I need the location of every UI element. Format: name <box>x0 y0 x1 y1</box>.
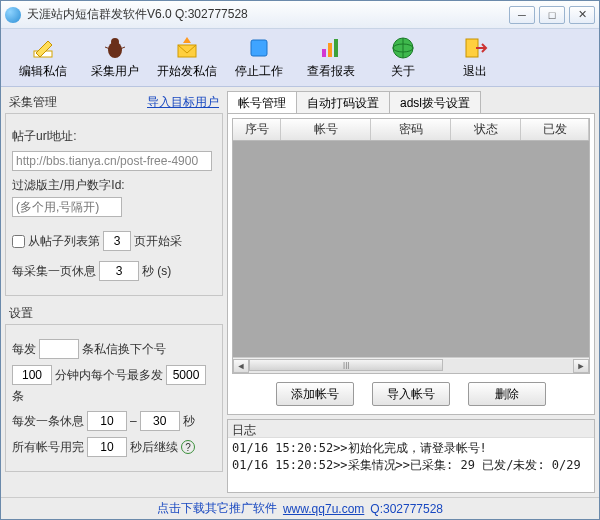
toolbar: 编辑私信 采集用户 开始发私信 停止工作 查看报表 关于 退出 <box>1 29 599 87</box>
minimize-button[interactable]: ─ <box>509 6 535 24</box>
tab-accounts[interactable]: 帐号管理 <box>227 91 297 113</box>
stop-icon <box>246 35 272 61</box>
envelope-up-icon <box>174 35 200 61</box>
report-button[interactable]: 查看报表 <box>295 32 367 84</box>
col-status: 状态 <box>451 119 521 140</box>
tab-body: 序号 帐号 密码 状态 已发 ◄ ||| ► 添加帐号 导入帐号 <box>227 113 595 415</box>
exit-icon <box>462 35 488 61</box>
svg-rect-9 <box>334 39 338 57</box>
url-input[interactable] <box>12 151 212 171</box>
tab-captcha[interactable]: 自动打码设置 <box>296 91 390 113</box>
allacct-post: 秒后继续 <box>130 439 178 456</box>
window-title: 天涯站内短信群发软件V6.0 Q:302777528 <box>27 6 509 23</box>
footer-qq: Q:302777528 <box>370 502 443 516</box>
log-body: 01/16 15:20:52>>初始化完成，请登录帐号! 01/16 15:20… <box>228 438 594 492</box>
log-label: 日志 <box>228 420 594 438</box>
collect-group: 帖子url地址: 过滤版主/用户数字Id: 从帖子列表第 页开始采 每采集一页休… <box>5 113 223 296</box>
svg-rect-7 <box>322 49 326 57</box>
start-send-button[interactable]: 开始发私信 <box>151 32 223 84</box>
bar-chart-icon <box>318 35 344 61</box>
import-account-button[interactable]: 导入帐号 <box>372 382 450 406</box>
footer-text: 点击下载其它推广软件 <box>157 500 277 517</box>
main-area: 采集管理 导入目标用户 帖子url地址: 过滤版主/用户数字Id: 从帖子列表第… <box>1 87 599 497</box>
table-body[interactable] <box>233 141 589 357</box>
col-password: 密码 <box>371 119 451 140</box>
msgrest-lo-input[interactable] <box>87 411 127 431</box>
add-account-button[interactable]: 添加帐号 <box>276 382 354 406</box>
exit-button[interactable]: 退出 <box>439 32 511 84</box>
scroll-right-icon[interactable]: ► <box>573 359 589 373</box>
startpage-pre: 从帖子列表第 <box>28 233 100 250</box>
bug-icon <box>102 35 128 61</box>
titlebar: 天涯站内短信群发软件V6.0 Q:302777528 ─ □ ✕ <box>1 1 599 29</box>
about-button[interactable]: 关于 <box>367 32 439 84</box>
pencil-icon <box>30 35 56 61</box>
delete-account-button[interactable]: 删除 <box>468 382 546 406</box>
log-panel: 日志 01/16 15:20:52>>初始化完成，请登录帐号! 01/16 15… <box>227 419 595 493</box>
rest-post: 秒 (s) <box>142 263 171 280</box>
col-index: 序号 <box>233 119 281 140</box>
msgrest-hi-input[interactable] <box>140 411 180 431</box>
left-pane: 采集管理 导入目标用户 帖子url地址: 过滤版主/用户数字Id: 从帖子列表第… <box>5 91 223 493</box>
switch-input[interactable] <box>39 339 79 359</box>
limit-mid: 分钟内每个号最多发 <box>55 367 163 384</box>
maximize-button[interactable]: □ <box>539 6 565 24</box>
footer-link[interactable]: www.qq7u.com <box>283 502 364 516</box>
startpage-input[interactable] <box>103 231 131 251</box>
startpage-checkbox[interactable] <box>12 235 25 248</box>
url-label: 帖子url地址: <box>12 128 77 145</box>
limit-min-input[interactable] <box>12 365 52 385</box>
account-table: 序号 帐号 密码 状态 已发 ◄ ||| ► <box>232 118 590 374</box>
filter-label: 过滤版主/用户数字Id: <box>12 177 125 194</box>
allacct-input[interactable] <box>87 437 127 457</box>
svg-rect-8 <box>328 43 332 57</box>
tab-adsl[interactable]: adsl拨号设置 <box>389 91 481 113</box>
switch-post: 条私信换下个号 <box>82 341 166 358</box>
msgrest-unit: 秒 <box>183 413 195 430</box>
rest-input[interactable] <box>99 261 139 281</box>
import-target-link[interactable]: 导入目标用户 <box>147 94 219 111</box>
footer: 点击下载其它推广软件 www.qq7u.com Q:302777528 <box>1 497 599 519</box>
h-scrollbar[interactable]: ◄ ||| ► <box>233 357 589 373</box>
settings-group-label: 设置 <box>9 305 219 322</box>
stop-button[interactable]: 停止工作 <box>223 32 295 84</box>
rest-pre: 每采集一页休息 <box>12 263 96 280</box>
msgrest-pre: 每发一条休息 <box>12 413 84 430</box>
app-icon <box>5 7 21 23</box>
msgrest-sep: – <box>130 414 137 428</box>
help-icon[interactable]: ? <box>181 440 195 454</box>
app-window: 天涯站内短信群发软件V6.0 Q:302777528 ─ □ ✕ 编辑私信 采集… <box>0 0 600 520</box>
globe-icon <box>390 35 416 61</box>
limit-unit: 条 <box>12 388 24 405</box>
right-pane: 帐号管理 自动打码设置 adsl拨号设置 序号 帐号 密码 状态 已发 ◄ <box>227 91 595 493</box>
allacct-pre: 所有帐号用完 <box>12 439 84 456</box>
col-sent: 已发 <box>521 119 589 140</box>
limit-max-input[interactable] <box>166 365 206 385</box>
scroll-thumb[interactable]: ||| <box>249 359 443 371</box>
close-button[interactable]: ✕ <box>569 6 595 24</box>
tabs: 帐号管理 自动打码设置 adsl拨号设置 <box>227 91 595 113</box>
svg-point-2 <box>111 38 119 46</box>
svg-rect-6 <box>251 40 267 56</box>
switch-pre: 每发 <box>12 341 36 358</box>
filter-input[interactable] <box>12 197 122 217</box>
settings-group: 每发 条私信换下个号 分钟内每个号最多发 条 每发一条休息 – 秒 <box>5 324 223 472</box>
collect-group-label: 采集管理 <box>9 94 147 111</box>
startpage-post: 页开始采 <box>134 233 182 250</box>
edit-msg-button[interactable]: 编辑私信 <box>7 32 79 84</box>
col-account: 帐号 <box>281 119 371 140</box>
collect-user-button[interactable]: 采集用户 <box>79 32 151 84</box>
scroll-left-icon[interactable]: ◄ <box>233 359 249 373</box>
table-header: 序号 帐号 密码 状态 已发 <box>233 119 589 141</box>
